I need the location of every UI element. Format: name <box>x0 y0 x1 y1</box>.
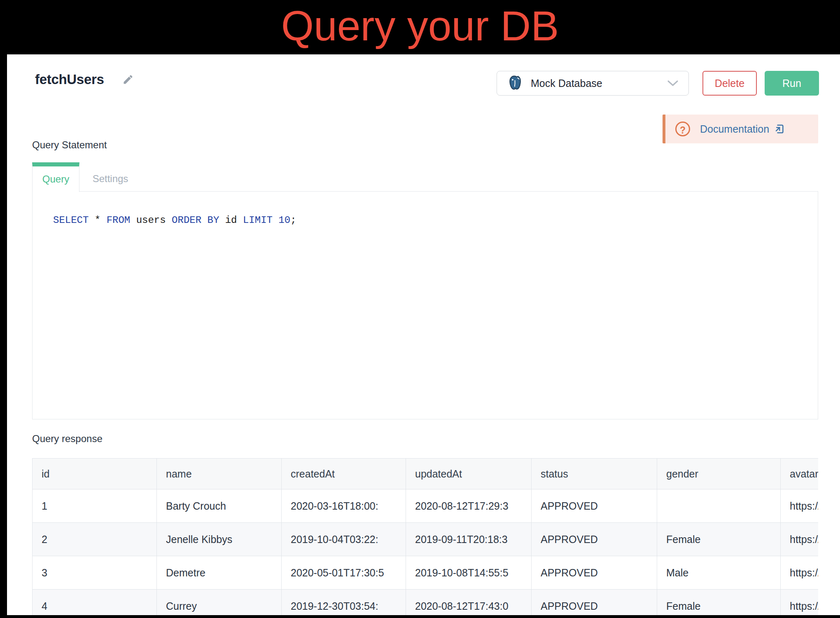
cell-name: Jenelle Kibbys <box>157 523 282 556</box>
database-selector[interactable]: Mock Database <box>497 71 689 96</box>
table-row: 4Currey2019-12-30T03:54:2020-08-12T17:43… <box>33 590 819 616</box>
cell-avatar: https:// <box>781 523 819 556</box>
table-row: 2Jenelle Kibbys2019-10-04T03:22:2019-09-… <box>33 523 819 556</box>
tab-settings[interactable]: Settings <box>79 166 141 191</box>
documentation-banner: ? Documentation <box>663 115 818 143</box>
column-header-name: name <box>157 459 282 489</box>
cell-name: Barty Crouch <box>157 489 282 523</box>
chevron-down-icon <box>667 80 679 87</box>
table-row: 1Barty Crouch2020-03-16T18:00:2020-08-12… <box>33 489 819 523</box>
cell-avatar: https:// <box>781 489 819 523</box>
column-header-createdAt: createdAt <box>282 459 406 489</box>
cell-avatar: https:// <box>781 556 819 590</box>
cell-name: Demetre <box>157 556 282 590</box>
response-table-container[interactable]: idnamecreatedAtupdatedAtstatusgenderavat… <box>32 458 818 615</box>
sql-token: FROM <box>107 215 131 226</box>
database-selector-value: Mock Database <box>531 77 602 89</box>
column-header-id: id <box>33 459 157 489</box>
cell-id: 2 <box>33 523 157 556</box>
sql-token: 10 <box>278 215 290 226</box>
main-panel: fetchUsers Mock Database Delete Run ? <box>7 54 840 615</box>
banner-title: Query your DB <box>281 2 559 50</box>
sql-token: ORDER <box>172 215 201 226</box>
sql-editor[interactable]: SELECT * FROM users ORDER BY id LIMIT 10… <box>32 192 818 419</box>
sql-token: ; <box>290 215 296 226</box>
cell-gender: Female <box>657 523 781 556</box>
cell-updatedAt: 2019-09-11T20:18:3 <box>406 523 532 556</box>
sql-line: SELECT * FROM users ORDER BY id LIMIT 10… <box>53 215 818 226</box>
cell-updatedAt: 2020-08-12T17:29:3 <box>406 489 532 523</box>
cell-avatar: https:// <box>781 590 819 616</box>
documentation-link[interactable]: Documentation <box>700 123 785 135</box>
cell-createdAt: 2020-03-16T18:00: <box>282 489 406 523</box>
run-button[interactable]: Run <box>765 71 819 96</box>
edit-pencil-icon[interactable] <box>122 74 134 85</box>
tab-query[interactable]: Query <box>32 162 79 192</box>
table-body: 1Barty Crouch2020-03-16T18:00:2020-08-12… <box>33 489 819 616</box>
cell-gender: Female <box>657 590 781 616</box>
cell-id: 1 <box>33 489 157 523</box>
query-name-row: fetchUsers <box>35 72 134 87</box>
cell-createdAt: 2019-10-04T03:22: <box>282 523 406 556</box>
sql-token: users <box>130 215 172 226</box>
column-header-status: status <box>532 459 657 489</box>
sql-token: LIMIT <box>243 215 273 226</box>
top-banner: Query your DB <box>0 0 840 54</box>
response-table: idnamecreatedAtupdatedAtstatusgenderavat… <box>32 458 818 615</box>
sql-token: SELECT <box>53 215 89 226</box>
postgresql-elephant-icon <box>506 75 523 92</box>
cell-gender <box>657 489 781 523</box>
query-statement-label: Query Statement <box>32 139 107 151</box>
cell-createdAt: 2020-05-01T17:30:5 <box>282 556 406 590</box>
cell-updatedAt: 2020-08-12T17:43:0 <box>406 590 532 616</box>
cell-createdAt: 2019-12-30T03:54: <box>282 590 406 616</box>
sql-token: BY <box>208 215 219 226</box>
column-header-updatedAt: updatedAt <box>406 459 532 489</box>
cell-status: APPROVED <box>532 590 657 616</box>
documentation-label: Documentation <box>700 123 769 135</box>
external-doc-icon <box>773 123 785 135</box>
cell-gender: Male <box>657 556 781 590</box>
cell-status: APPROVED <box>532 556 657 590</box>
delete-button[interactable]: Delete <box>702 71 757 96</box>
column-header-avatar: avatar <box>781 459 819 489</box>
help-circle-icon: ? <box>675 122 690 136</box>
cell-updatedAt: 2019-10-08T14:55:5 <box>406 556 532 590</box>
query-response-label: Query response <box>32 433 103 445</box>
sql-token: id <box>219 215 243 226</box>
sql-token: * <box>89 215 106 226</box>
cell-name: Currey <box>157 590 282 616</box>
cell-id: 3 <box>33 556 157 590</box>
sql-token <box>201 215 207 226</box>
cell-status: APPROVED <box>532 489 657 523</box>
cell-status: APPROVED <box>532 523 657 556</box>
column-header-gender: gender <box>657 459 781 489</box>
sql-token <box>273 215 278 226</box>
editor-tabbar: Query Settings <box>32 166 818 192</box>
cell-id: 4 <box>33 590 157 616</box>
query-name-title: fetchUsers <box>35 72 104 87</box>
table-row: 3Demetre2020-05-01T17:30:52019-10-08T14:… <box>33 556 819 590</box>
table-header-row: idnamecreatedAtupdatedAtstatusgenderavat… <box>33 459 819 489</box>
